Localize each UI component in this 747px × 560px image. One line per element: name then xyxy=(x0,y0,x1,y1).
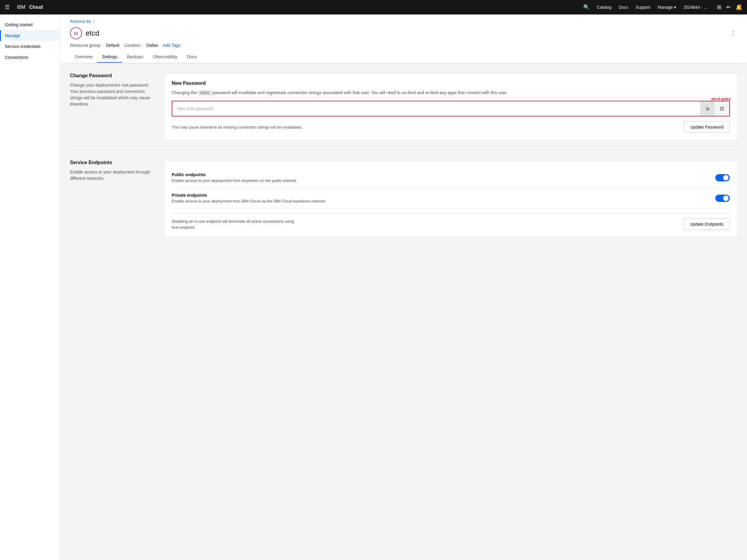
sidebar-item-manage[interactable]: Manage xyxy=(0,30,60,41)
breadcrumb-resource-list[interactable]: Resource list xyxy=(70,19,91,24)
change-password-title: Change Password xyxy=(70,73,154,78)
update-endpoints-button[interactable]: Update Endpoints xyxy=(684,219,730,230)
tab-settings[interactable]: Settings xyxy=(97,51,122,63)
top-navigation: ☰ IBM Cloud 🔍 Catalog Docs Support Manag… xyxy=(0,0,747,15)
breadcrumb-separator: / xyxy=(93,19,94,24)
brand-ibm: IBM xyxy=(17,4,25,10)
card-desc-code: root xyxy=(198,90,211,95)
new-password-card-title: New Password xyxy=(172,81,730,86)
public-endpoint-item: Public endpoints Enable access to your d… xyxy=(172,168,730,188)
edit-icon[interactable]: ✏ xyxy=(726,4,731,10)
toggle-thumb xyxy=(723,175,729,180)
field-annotation: etcd-pass xyxy=(712,97,731,101)
add-tags-link[interactable]: Add Tags xyxy=(163,43,180,48)
more-options-button[interactable]: ⋮ xyxy=(729,28,737,38)
public-endpoint-toggle[interactable] xyxy=(715,174,730,181)
password-footer-note: This may cause downtime as existing conn… xyxy=(172,125,679,129)
resource-meta: Resource group: Default Location: Dallas… xyxy=(70,43,737,48)
topnav-icon-group: ⊞ ✏ 🔔 xyxy=(717,4,742,10)
toggle-track xyxy=(715,174,730,181)
endpoints-footer: Disabling an in-use endpoint will termin… xyxy=(172,213,730,230)
breadcrumb: Resource list / xyxy=(70,19,737,24)
tab-overview[interactable]: Overview xyxy=(70,51,97,63)
service-endpoints-label: Service Endpoints Enable access to your … xyxy=(70,160,154,182)
private-endpoint-text: Private endpoints Enable access to your … xyxy=(172,193,326,203)
tab-observability[interactable]: Observability xyxy=(148,51,182,63)
service-endpoints-desc: Enable access to your deployment through… xyxy=(70,169,154,182)
sidebar-item-getting-started[interactable]: Getting started xyxy=(0,19,60,30)
notification-badge xyxy=(740,4,742,7)
generate-password-button[interactable]: ⚄ xyxy=(715,101,729,116)
resource-name: etcd xyxy=(86,29,99,37)
page-header: Resource list / Et etcd ⋮ Resource group… xyxy=(60,15,747,63)
copy-icon: ⊕ xyxy=(706,106,710,112)
catalog-link[interactable]: Catalog xyxy=(597,5,612,10)
toggle-track-private xyxy=(715,195,730,202)
brand-cloud: Cloud xyxy=(29,4,43,10)
resource-title-row: Et etcd ⋮ xyxy=(70,27,737,39)
resource-group-value: Default xyxy=(106,43,120,48)
content-area: Change Password Change your deployment's… xyxy=(60,63,747,257)
notifications-icon[interactable]: 🔔 xyxy=(736,4,742,10)
manage-menu[interactable]: Manage ▾ xyxy=(658,5,676,10)
location-value: Dallas xyxy=(146,43,158,48)
public-endpoint-text: Public endpoints Enable access to your d… xyxy=(172,172,297,183)
tab-backups[interactable]: Backups xyxy=(122,51,148,63)
private-endpoint-row: Private endpoints Enable access to your … xyxy=(172,193,730,203)
nav-links: Catalog Docs Support xyxy=(597,5,650,10)
support-link[interactable]: Support xyxy=(636,5,650,10)
sidebar-item-service-credentials[interactable]: Service credentials xyxy=(0,41,60,52)
card-desc-prefix: Changing the xyxy=(172,90,197,95)
new-password-input[interactable] xyxy=(172,103,700,114)
hamburger-menu-icon[interactable]: ☰ xyxy=(5,4,10,10)
section-divider xyxy=(70,150,737,150)
password-input-wrapper: ⊕ ⚄ xyxy=(172,101,730,117)
tab-docs[interactable]: Docs xyxy=(182,51,202,63)
new-password-card-desc: Changing the root password will invalida… xyxy=(172,90,730,96)
private-endpoint-desc: Enable access to your deployment from IB… xyxy=(172,199,326,203)
app-switcher-icon[interactable]: ⊞ xyxy=(717,4,721,10)
update-password-button[interactable]: Update Password xyxy=(684,121,730,133)
main-content: Resource list / Et etcd ⋮ Resource group… xyxy=(60,15,747,560)
change-password-desc: Change your deployment's root password. … xyxy=(70,82,154,107)
brand-logo: IBM Cloud xyxy=(17,4,43,10)
public-endpoint-row: Public endpoints Enable access to your d… xyxy=(172,172,730,183)
service-endpoints-card: Public endpoints Enable access to your d… xyxy=(164,160,737,238)
search-icon[interactable]: 🔍 xyxy=(583,4,590,10)
toggle-thumb-private xyxy=(723,196,729,201)
resource-group-label: Resource group: xyxy=(70,43,101,48)
password-input-container: etcd-pass ⊕ ⚄ xyxy=(172,101,730,117)
tabs: Overview Settings Backups Observability … xyxy=(70,51,737,63)
docs-link[interactable]: Docs xyxy=(619,5,628,10)
resource-icon: Et xyxy=(70,27,82,39)
private-endpoint-item: Private endpoints Enable access to your … xyxy=(172,188,730,208)
change-password-section: Change Password Change your deployment's… xyxy=(70,73,737,140)
change-password-label: Change Password Change your deployment's… xyxy=(70,73,154,107)
private-endpoint-title: Private endpoints xyxy=(172,193,326,198)
sidebar-item-connections[interactable]: Connections xyxy=(0,52,60,63)
endpoints-footer-note: Disabling an in-use endpoint will termin… xyxy=(172,219,299,230)
account-selector[interactable]: 2024844 - ... xyxy=(683,5,707,10)
public-endpoint-desc: Enable access to your deployment from an… xyxy=(172,178,297,183)
service-endpoints-section: Service Endpoints Enable access to your … xyxy=(70,160,737,238)
app-container: Getting started Manage Service credentia… xyxy=(0,15,747,560)
copy-password-button[interactable]: ⊕ xyxy=(700,101,715,116)
generate-icon: ⚄ xyxy=(720,106,724,112)
service-endpoints-title: Service Endpoints xyxy=(70,160,154,166)
private-endpoint-toggle[interactable] xyxy=(715,195,730,202)
location-label: Location: xyxy=(124,43,141,48)
manage-chevron-icon: ▾ xyxy=(674,5,676,10)
password-footer-row: This may cause downtime as existing conn… xyxy=(172,121,730,133)
public-endpoint-title: Public endpoints xyxy=(172,172,297,177)
manage-label: Manage xyxy=(658,5,673,10)
sidebar: Getting started Manage Service credentia… xyxy=(0,15,60,560)
change-password-card: New Password Changing the root password … xyxy=(164,73,737,140)
card-desc-suffix: password will invalidate and regenerate … xyxy=(212,90,508,95)
